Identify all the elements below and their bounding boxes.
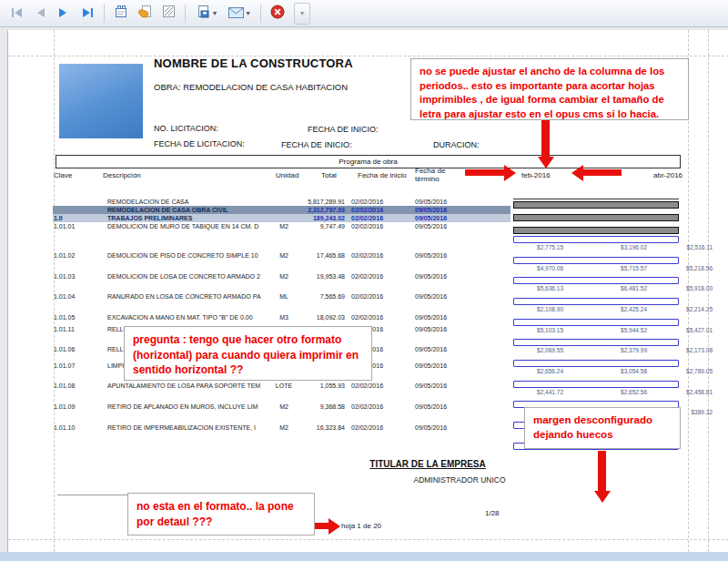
item-fecha-inicio: 02/02/2016 [351,293,383,300]
period-value: $2,108.90 [481,306,563,312]
cargo-label: ADMINISTRADOR UNICO [399,475,520,484]
toolbar-separator [104,5,105,23]
gantt-top-rule [513,199,679,199]
summary-descripcion: TRABAJOS PRELIMINARES [107,215,192,221]
item-clave: 1.01.07 [54,362,75,369]
gantt-summary-bar [513,201,679,209]
summary-fecha-termino: 09/05/2016 [415,207,447,213]
item-total: 9,747.49 [240,223,345,230]
item-descripcion: DEMOLICION DE LOSA DE CONCRETO ARMADO 2 [107,273,260,280]
stop-button[interactable] [267,4,288,24]
gantt-item-bar [513,257,679,264]
item-descripcion: RANURADO EN LOSA DE CONCRETO ARMADO PA [107,293,261,300]
summary-fecha-inicio: 02/02/2016 [351,215,383,221]
company-logo [59,64,143,138]
hand-tool-button[interactable] [134,4,156,24]
item-descripcion: APUNTALAMIENTO DE LOSA PARA SOPORTE TEM [107,382,260,389]
export-button[interactable]: ▾ [191,4,222,24]
summary-fecha-inicio: 02/02/2016 [351,207,383,213]
period-value: $2,775.15 [481,244,563,250]
first-page-button[interactable] [5,4,27,24]
col-header-month-abr: abr-2016 [653,172,682,180]
period-value: $2,214.25 [631,306,713,312]
gantt-summary-bar [513,214,679,221]
item-clave: 1.01.10 [54,424,75,431]
item-clave: 1.01.05 [54,314,75,321]
arrow-left-feb [583,169,622,176]
gantt-item-bar [513,360,679,367]
period-value: $4,970.06 [481,265,563,271]
company-name: NOMBRE DE LA CONSTRUCTORA [154,56,353,70]
item-fecha-inicio: 02/02/2016 [351,382,383,389]
summary-fecha-termino: 09/05/2016 [415,199,447,205]
project-line: OBRA: REMODELACION DE CASA HABITACION [154,82,348,92]
overflow-caret-icon: ▾ [300,10,304,17]
summary-clave: 1.0 [54,215,63,221]
item-total: 7,565.69 [240,293,345,300]
col-header-unidad: Unidad [276,172,298,180]
item-fecha-termino: 09/05/2016 [415,403,447,410]
gantt-item-bar [513,298,679,305]
item-fecha-termino: 09/05/2016 [415,326,447,332]
field-no-licitacion: NO. LICITACION: [154,124,218,133]
hoja-label: hoja 1 de 20 [341,522,381,530]
item-fecha-termino: 09/05/2016 [415,293,447,300]
item-total: 18,092.03 [240,314,345,321]
previous-page-button[interactable] [29,4,51,24]
titular-label: TITULAR DE LA EMPRESA [368,459,488,469]
item-clave: 1.01.11 [54,326,75,332]
previous-page-icon [35,5,46,22]
period-value: $2,789.05 [631,368,713,374]
col-header-month-feb: feb-2016 [521,172,551,180]
item-fecha-termino: 09/05/2016 [415,314,447,321]
item-fecha-termino: 09/05/2016 [415,223,447,230]
page-setup-button[interactable] [110,4,132,24]
last-page-button[interactable] [76,4,98,24]
toolbar-separator [185,5,186,23]
gantt-item-bar [513,277,679,284]
page-fraction: 1/28 [485,509,500,517]
page-setup-icon [114,5,128,22]
report-page: NOMBRE DE LA CONSTRUCTORA OBRA: REMODELA… [7,30,728,552]
annotation-periodos: no se puede ajustar el ancho de la colum… [410,58,689,120]
watermark-button[interactable] [157,4,179,24]
item-clave: 1.01.03 [54,273,75,280]
item-fecha-termino: 09/05/2016 [415,273,447,280]
program-band-title: Programa de obra [56,155,681,168]
period-value: $2,516.11 [631,244,713,250]
item-clave: 1.01.09 [54,403,75,410]
item-fecha-termino: 09/05/2016 [415,424,447,431]
next-page-button[interactable] [53,4,75,24]
field-fecha-inicio-1: FECHA DE INICIO: [308,125,379,134]
gantt-item-bar [513,319,679,326]
item-clave: 1.01.08 [54,382,75,389]
toolbar-separator [260,5,261,23]
item-total: 19,953.48 [240,273,345,280]
field-duracion: DURACION: [433,140,480,149]
item-total: 17,465.68 [240,252,345,259]
field-fecha-licitacion: FECHA DE LICITACION: [154,139,245,148]
col-header-descripcion: Descripción [103,172,141,180]
item-total: 9,368.58 [240,403,345,410]
item-descripcion: DEMOLICION DE PISO DE CONCRETO SIMPLE 10 [107,252,258,259]
stop-icon [270,5,285,23]
period-value: $5,636.13 [481,285,563,291]
export-icon [197,5,211,22]
item-total: 1,055.93 [240,382,345,389]
summary-fecha-termino: 09/05/2016 [415,215,447,221]
period-value: $2,173.08 [631,347,713,353]
export-dropdown-caret: ▾ [213,10,217,17]
item-fecha-termino: 09/05/2016 [415,346,447,352]
email-button[interactable]: ▾ [224,4,255,24]
item-descripcion: RETIRO DE IMPERMEABILIZACION EXISTENTE, … [107,424,256,431]
summary-total: 5,817,289.91 [240,199,345,205]
toolbar-overflow-button[interactable]: ▾ [294,3,310,25]
margin-guide-left [54,30,55,552]
email-dropdown-caret: ▾ [246,10,249,17]
item-fecha-inicio: 02/02/2016 [351,314,383,321]
arrow-right-feb [465,169,504,176]
first-page-icon [11,5,23,22]
margin-guide-bottom [8,539,728,540]
period-value: $5,218.56 [631,265,713,271]
item-clave: 1.01.04 [54,293,75,300]
